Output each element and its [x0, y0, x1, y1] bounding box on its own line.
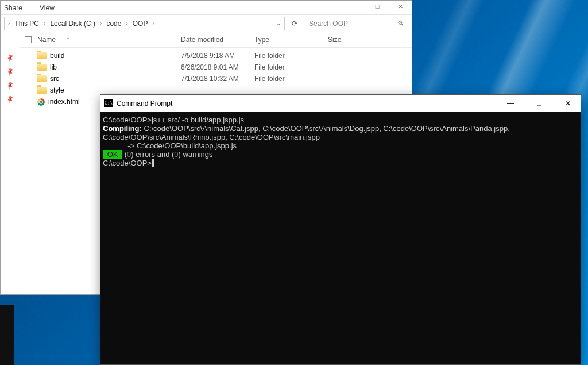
folder-icon [37, 87, 47, 94]
cmd-prompt: C:\code\OOP> [103, 116, 152, 124]
sort-asc-icon: ⌃ [66, 37, 71, 43]
crumb-oop[interactable]: OOP [130, 18, 150, 29]
chrome-html-icon [37, 98, 45, 106]
search-placeholder: Search OOP [309, 20, 348, 28]
cmd-minimize-button[interactable]: — [498, 95, 523, 112]
file-name: build [50, 52, 64, 60]
cmd-status-text: ( [122, 150, 127, 159]
file-row[interactable]: lib6/26/2018 9:01 AMFile folder [20, 62, 412, 73]
folder-icon [37, 52, 47, 59]
breadcrumb[interactable]: › This PC › Local Disk (C:) › code › OOP… [4, 17, 285, 30]
file-type: File folder [254, 63, 328, 71]
column-header-size[interactable]: Size [328, 36, 374, 44]
chevron-right-icon: › [123, 20, 130, 26]
cmd-status-text: ) warnings [179, 150, 213, 159]
ribbon-tab-view[interactable]: View [36, 2, 58, 14]
cmd-status-text: ) errors and ( [131, 150, 174, 159]
cmd-output[interactable]: C:\code\OOP>js++ src/ -o build/app.jspp.… [100, 112, 581, 364]
file-name: lib [50, 63, 57, 71]
cmd-command: js++ src/ -o build/app.jspp.js [152, 116, 244, 124]
cmd-prompt: C:\code\OOP> [103, 159, 152, 167]
column-header-date[interactable]: Date modified [181, 36, 254, 44]
file-date: 7/5/2018 9:18 AM [181, 52, 254, 60]
cmd-close-button[interactable]: ✕ [555, 95, 581, 112]
chevron-right-icon: › [41, 20, 48, 26]
file-type: File folder [254, 75, 328, 83]
file-date: 6/26/2018 9:01 AM [181, 63, 254, 71]
folder-icon [37, 75, 47, 82]
cmd-maximize-button[interactable]: □ [527, 95, 552, 112]
file-date: 7/1/2018 10:32 AM [181, 75, 254, 83]
chevron-right-icon: › [6, 20, 12, 26]
explorer-close-button[interactable]: ✕ [389, 0, 412, 13]
column-header-name[interactable]: Name ⌃ [37, 36, 181, 44]
command-prompt-window: C:\ Command Prompt — □ ✕ C:\code\OOP>js+… [100, 94, 581, 365]
ribbon-tabs: Share View — □ ✕ [1, 1, 412, 14]
folder-icon [37, 64, 47, 71]
cmd-output-path: -> C:\code\OOP\build\app.jspp.js [103, 141, 578, 150]
cmd-cursor [152, 159, 154, 167]
ribbon-tab-share[interactable]: Share [1, 2, 26, 14]
cmd-compiling-files: C:\code\OOP\src\Animals\Cat.jspp, C:\cod… [103, 124, 512, 141]
taskbar-sliver [0, 305, 14, 365]
pin-icon[interactable]: 📌 [5, 53, 14, 63]
explorer-window-controls: — □ ✕ [343, 0, 412, 13]
cmd-title-bar[interactable]: C:\ Command Prompt — □ ✕ [100, 95, 581, 112]
cmd-app-icon: C:\ [104, 99, 113, 107]
file-row[interactable]: src7/1/2018 10:32 AMFile folder [20, 73, 412, 84]
chevron-right-icon: › [98, 20, 104, 26]
explorer-minimize-button[interactable]: — [343, 0, 366, 13]
chevron-down-icon[interactable]: ⌄ [274, 20, 283, 26]
file-name: style [50, 86, 64, 94]
crumb-this-pc[interactable]: This PC [12, 18, 41, 29]
crumb-code[interactable]: code [104, 18, 123, 29]
column-headers: Name ⌃ Date modified Type Size [20, 32, 412, 48]
file-name: src [50, 75, 59, 83]
cmd-warning-count: 0 [174, 150, 178, 159]
crumb-local-disk[interactable]: Local Disk (C:) [48, 18, 98, 29]
refresh-button[interactable]: ⟳ [288, 17, 301, 30]
file-type: File folder [254, 52, 328, 60]
cmd-title-text: Command Prompt [117, 99, 172, 107]
select-all-checkbox[interactable] [25, 36, 37, 43]
file-row[interactable]: build7/5/2018 9:18 AMFile folder [20, 50, 412, 62]
file-name: index.html [48, 98, 80, 106]
pin-icon[interactable]: 📌 [5, 81, 14, 90]
explorer-maximize-button[interactable]: □ [366, 0, 389, 13]
chevron-right-icon: › [150, 20, 156, 26]
column-header-type[interactable]: Type [254, 36, 328, 44]
search-input[interactable]: Search OOP 🔍︎ [305, 17, 408, 30]
refresh-icon: ⟳ [292, 20, 297, 28]
quick-access-sidebar: 📌 📌 📌 📌 [1, 32, 20, 294]
cmd-ok-badge: OK [103, 150, 122, 159]
pin-icon[interactable]: 📌 [5, 67, 14, 76]
column-header-name-label: Name [37, 36, 56, 44]
cmd-compiling-label: Compiling: [103, 124, 142, 133]
address-bar-row: › This PC › Local Disk (C:) › code › OOP… [1, 14, 412, 32]
search-icon: 🔍︎ [397, 20, 404, 28]
pin-icon[interactable]: 📌 [5, 95, 14, 104]
